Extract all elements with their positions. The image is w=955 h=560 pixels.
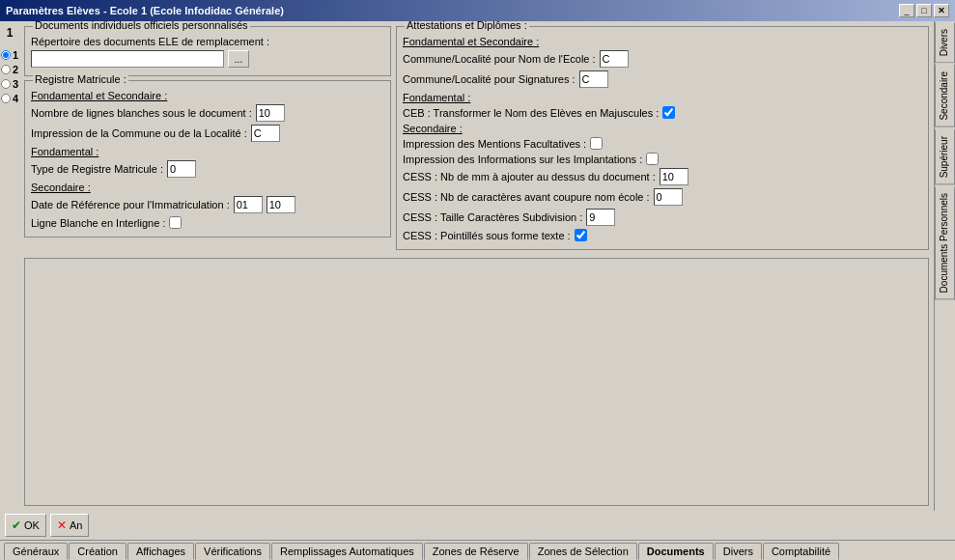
radio-2[interactable] [1,65,11,74]
registre-group: Registre Matricule : Fondamental et Seco… [24,80,391,238]
bottom-area [24,258,929,506]
impression-commune-row: Impression de la Commune ou de la Locali… [31,125,384,142]
cess-nb-mm-label: CESS : Nb de mm à ajouter au dessus du d… [403,171,656,182]
ligne-blanche-row: Ligne Blanche en Interligne : [31,216,384,229]
ceb-label: CEB : Transformer le Nom des Elèves en M… [403,107,659,119]
window-controls: _ □ ✕ [899,4,949,17]
radio-label-3: 3 [13,78,18,90]
cess-nb-mm-input[interactable] [660,168,688,185]
date-ref-input2[interactable] [267,196,295,213]
an-button[interactable]: ✕ An [50,514,89,537]
type-registre-label: Type de Registre Matricule : [31,163,163,175]
secondaire-section: Secondaire : [31,182,384,193]
ceb-row: CEB : Transformer le Nom des Elèves en M… [403,106,922,119]
tab-verifications[interactable]: Vérifications [195,543,270,560]
cess-nb-car-input[interactable] [654,188,683,206]
tab-documents[interactable]: Documents [638,543,714,560]
top-panels: Documents individuels officiels personna… [24,26,929,254]
impression-implantations-label: Impression des Informations sur les Impl… [403,154,642,165]
type-registre-row: Type de Registre Matricule : [31,160,384,178]
an-icon: ✕ [57,518,67,532]
tab-remplissages[interactable]: Remplissages Automatiques [271,543,423,560]
an-label: An [70,519,82,531]
minimize-button[interactable]: _ [899,4,914,17]
impression-mentions-row: Impression des Mentions Facultatives : [403,137,922,150]
commune-nom-label: Commune/Localité pour Nom de l'Ecole : [403,53,596,65]
secondaire-section2: Secondaire : [403,123,922,134]
cess-nb-car-row: CESS : Nb de caractères avant coupure no… [403,188,922,206]
docs-group-content: Répertoire des documents ELE de remplace… [31,36,384,68]
right-panel: Attestations et Diplômes : Fondamental e… [396,26,929,254]
cess-taille-input[interactable] [586,209,615,226]
fond-sec-section2: Fondamental et Secondaire : [403,36,922,47]
window-title: Paramètres Elèves - Ecole 1 (Ecole Infod… [6,5,284,16]
maximize-button[interactable]: □ [916,4,932,17]
fondamental-section2: Fondamental : [31,146,384,157]
tab-zones-selection[interactable]: Zones de Sélection [529,543,637,560]
bottom-buttons: ✔ OK ✕ An [0,511,955,540]
sidebar-tab-divers[interactable]: Divers [935,21,955,63]
ceb-checkbox[interactable] [662,106,675,119]
nb-lignes-row: Nombre de lignes blanches sous le docume… [31,104,384,122]
nb-lignes-label: Nombre de lignes blanches sous le docume… [31,107,252,119]
ok-label: OK [24,519,40,531]
registre-group-content: Fondamental et Secondaire : Nombre de li… [31,90,384,229]
sidebar-tab-superieur[interactable]: Supérieur [935,128,955,184]
tab-generaux[interactable]: Généraux [4,543,68,560]
radio-3[interactable] [1,79,11,89]
registre-group-title: Registre Matricule : [33,73,128,85]
repertoire-input[interactable] [31,50,224,68]
impression-mentions-checkbox[interactable] [590,137,603,150]
radio-item-4: 4 [1,93,18,104]
radio-item-2: 2 [1,64,18,75]
date-ref-input1[interactable] [234,196,263,213]
repertoire-row: Répertoire des documents ELE de remplace… [31,36,384,47]
commune-sig-row: Commune/Localité pour Signatures : [403,70,922,88]
commune-sig-input[interactable] [579,70,608,88]
fondamental-section3: Fondamental : [403,92,922,103]
commune-sig-label: Commune/Localité pour Signatures : [403,73,576,85]
attestations-content: Fondamental et Secondaire : Commune/Loca… [403,36,922,241]
impression-commune-input[interactable] [251,125,280,142]
ligne-blanche-checkbox[interactable] [169,216,182,229]
tab-affichages[interactable]: Affichages [127,543,194,560]
radio-4[interactable] [1,94,11,103]
tab-comptabilite[interactable]: Comptabilité [763,543,839,560]
cess-pointilles-row: CESS : Pointillés sous forme texte : [403,229,922,241]
sidebar-tab-documents-personnels[interactable]: Documents Personnels [935,185,955,299]
repertoire-label: Répertoire des documents ELE de remplace… [31,36,269,47]
cess-pointilles-checkbox[interactable] [575,229,587,241]
attestations-group: Attestations et Diplômes : Fondamental e… [396,26,929,250]
impression-mentions-label: Impression des Mentions Facultatives : [403,138,586,150]
radio-item-1: 1 [1,49,18,61]
ok-button[interactable]: ✔ OK [5,514,46,537]
title-bar: Paramètres Elèves - Ecole 1 (Ecole Infod… [0,0,955,21]
browse-button[interactable]: ... [228,50,249,68]
commune-nom-input[interactable] [600,50,629,68]
tab-divers[interactable]: Divers [715,543,762,560]
ok-icon: ✔ [12,518,21,532]
cess-taille-row: CESS : Taille Caractères Subdivision : [403,209,922,226]
radio-item-3: 3 [1,78,18,90]
commune-nom-row: Commune/Localité pour Nom de l'Ecole : [403,50,922,68]
radio-label-4: 4 [13,93,18,104]
content-area: 1 1 2 3 4 [0,21,955,511]
left-col: 1 1 2 3 4 [0,21,19,511]
fond-sec-section: Fondamental et Secondaire : [31,90,384,101]
left-panel: Documents individuels officiels personna… [24,26,391,254]
nb-lignes-input[interactable] [256,104,285,122]
sidebar-tab-secondaire[interactable]: Secondaire [935,64,955,127]
tab-creation[interactable]: Création [69,543,126,560]
tab-zones-reserve[interactable]: Zones de Réserve [424,543,528,560]
docs-group: Documents individuels officiels personna… [24,26,391,76]
radio-1[interactable] [1,50,11,60]
cess-nb-mm-row: CESS : Nb de mm à ajouter au dessus du d… [403,168,922,185]
impression-implantations-checkbox[interactable] [646,153,659,165]
main-window: 1 1 2 3 4 [0,21,955,560]
type-registre-input[interactable] [167,160,196,178]
radio-label-1: 1 [13,49,18,61]
right-sidebar: Divers Secondaire Supérieur Documents Pe… [934,21,955,511]
close-button[interactable]: ✕ [934,4,949,17]
cess-taille-label: CESS : Taille Caractères Subdivision : [403,211,582,223]
impression-implantations-row: Impression des Informations sur les Impl… [403,153,922,165]
